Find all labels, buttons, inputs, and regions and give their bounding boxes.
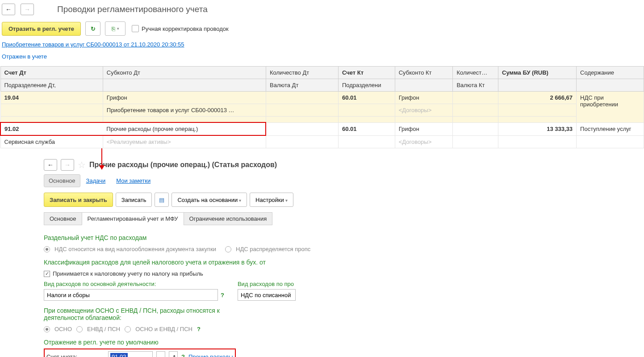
col-dt-account[interactable]: Счет Дт [0,67,103,79]
cell-kt-account[interactable]: 60.01 [338,92,395,104]
detail-nav-forward[interactable]: → [61,159,74,171]
cell-descr-2[interactable]: Поступление услуг [577,122,644,135]
label-expense-main: Вид расходов по основной деятельности: [44,281,224,287]
col-kt-sub[interactable]: Субконто Кт [395,67,453,79]
help-icon-3[interactable]: ? [181,353,185,357]
help-icon-2[interactable]: ? [197,326,201,332]
status-label: Отражен в учете [0,50,644,63]
account-input[interactable]: 91.02 [108,351,153,357]
col-kt-dept[interactable]: Подразделени [338,79,395,92]
detail-title: Прочие расходы (прочие операц.) (Статья … [89,161,277,169]
manual-label: Ручная корректировка проводок [142,25,229,32]
section-tax-title: Классификация расходов для целей налогов… [44,259,644,266]
col-kt-curr[interactable]: Валюта Кт [453,79,498,92]
copy-icon: ⎘ [112,25,115,32]
list-button[interactable]: ▤ [155,193,169,207]
nav-back-button[interactable]: ← [2,4,15,15]
copy-dropdown-button[interactable]: ⎘ [105,21,125,36]
col-dt-sub[interactable]: Субконто Дт [103,67,266,79]
list-icon: ▤ [159,197,164,203]
account-highlight-box: Счет учета: 91.02 … ↗ ? Прочие расходы [44,349,236,357]
tab-main[interactable]: Основное [44,174,80,187]
col-kt-qty[interactable]: Количест… [453,67,498,79]
label-expense-other: Вид расходов по про [238,281,296,287]
detail-nav-back[interactable]: ← [44,159,57,171]
input-expense-other[interactable] [238,289,296,301]
cell-dt-sub[interactable]: Грифон [103,92,266,104]
account-link[interactable]: Прочие расходы [188,353,233,357]
cell-kt-sub[interactable]: Грифон [395,92,453,104]
section-default-title: Отражение в регл. учете по умолчанию [44,339,644,346]
col-dt-dept[interactable]: Подразделение Дт, [0,79,103,92]
cell-dt-sub-2[interactable]: Прочие расходы (прочие операц.) [103,122,266,135]
account-open-button[interactable]: ↗ [169,351,178,357]
refresh-button[interactable]: ↻ [85,21,100,36]
col-descr[interactable]: Содержание [577,67,644,79]
save-close-button[interactable]: Записать и закрыть [44,193,113,207]
favorite-icon[interactable]: ☆ [78,160,86,170]
account-ellipsis-button[interactable]: … [156,351,165,357]
account-label: Счет учета: [46,353,105,357]
cell-descr[interactable]: НДС при приобретении [577,92,644,123]
document-link[interactable]: Приобретение товаров и услуг СБ00-000013… [0,38,644,50]
col-dt-curr[interactable]: Валюта Дт [266,79,338,92]
manual-checkbox[interactable] [132,25,139,32]
entries-table: Счет Дт Субконто Дт Количество Дт Счет К… [0,66,644,148]
tab-tasks[interactable]: Задачи [81,174,111,187]
page-title: Проводки регламентированного учета [57,4,208,14]
radio-vat-prop[interactable] [225,246,231,252]
subtab-regl[interactable]: Регламентированный учет и МФУ [82,212,184,225]
cell-dt-sub2-2[interactable]: <Реализуемые активы> [103,135,266,148]
radio-vat-doc[interactable] [44,246,50,252]
radio-both[interactable] [125,326,131,332]
cell-dt-account[interactable]: 19.04 [0,92,103,104]
cell-sum-2[interactable]: 13 333,33 [498,122,577,135]
cell-kt-account-2[interactable]: 60.01 [338,122,395,135]
settings-button[interactable]: Настройки [250,193,293,207]
cell-dt-account-2[interactable]: 91.02 [0,122,103,135]
cell-kt-sub2[interactable]: <Договоры> [395,104,453,117]
cell-dt-dept-2[interactable]: Сервисная служба [0,135,103,148]
tab-notes[interactable]: Мои заметки [111,174,155,187]
radio-osno[interactable] [44,326,50,332]
reflect-button[interactable]: Отразить в регл. учете [2,22,81,36]
section-combine-title: При совмещении ОСНО с ЕНВД / ПСН, расход… [44,307,249,321]
radio-envd[interactable] [76,326,83,332]
col-kt-account[interactable]: Счет Кт [338,67,395,79]
nav-forward-button[interactable]: → [21,4,34,15]
cell-kt-sub2-2[interactable]: <Договоры> [395,135,453,148]
cell-kt-sub-2[interactable]: Грифон [395,122,453,135]
refresh-icon: ↻ [91,25,96,32]
check-tax-accept[interactable]: ✓ [44,271,50,277]
save-button[interactable]: Записать [116,193,152,207]
create-basis-button[interactable]: Создать на основании [171,193,247,207]
subtab-main[interactable]: Основное [44,212,82,225]
cell-sum[interactable]: 2 666,67 [498,92,577,104]
input-expense-main[interactable] [44,289,218,301]
subtab-restrict[interactable]: Ограничение использования [184,212,273,225]
section-vat-title: Раздельный учет НДС по расходам [44,234,644,241]
detail-panel: ← → ☆ Прочие расходы (прочие операц.) (С… [44,157,644,357]
col-sum[interactable]: Сумма БУ (RUB) [498,67,577,79]
col-dt-qty[interactable]: Количество Дт [266,67,338,79]
help-icon-1[interactable]: ? [221,292,224,298]
cell-dt-sub2[interactable]: Приобретение товаров и услуг СБ00-000013… [103,104,266,117]
